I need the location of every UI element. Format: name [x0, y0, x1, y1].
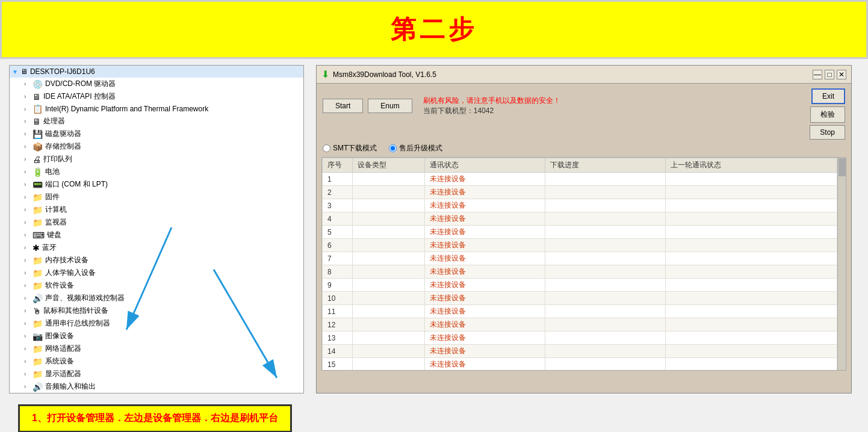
enum-button[interactable]: Enum [368, 99, 412, 113]
cell-type [353, 212, 425, 226]
device-manager-root[interactable]: ▼ 🖥 DESKTOP-IJ6D1U6 [10, 66, 303, 78]
item-icon: ⌨ [33, 230, 45, 240]
cell-num: 1 [323, 173, 353, 186]
cell-num: 12 [323, 318, 353, 332]
cell-type [353, 318, 425, 332]
item-icon: 🖥 [33, 92, 41, 102]
item-label: 磁盘驱动器 [45, 129, 81, 139]
tree-item[interactable]: ›📦存储控制器 [10, 140, 303, 153]
close-button[interactable]: ✕ [837, 70, 846, 79]
expand-arrow: › [24, 194, 30, 200]
cell-type [353, 252, 425, 265]
cell-progress [545, 199, 666, 212]
item-icon: 📋 [33, 104, 43, 114]
cell-num: 10 [323, 292, 353, 305]
cell-progress [545, 226, 666, 239]
cell-num: 8 [323, 265, 353, 279]
tree-item[interactable]: ›🔋电池 [10, 165, 303, 178]
item-icon: ✱ [33, 243, 40, 253]
after-radio-label[interactable]: 售后升级模式 [389, 143, 442, 153]
tree-item[interactable]: ›🔊声音、视频和游戏控制器 [10, 292, 303, 304]
cell-status: 未连接设备 [425, 199, 545, 212]
col-status: 通讯状态 [425, 158, 545, 173]
tree-item[interactable]: ›📟端口 (COM 和 LPT) [10, 178, 303, 191]
item-icon: 📟 [33, 180, 43, 190]
tree-item[interactable]: ›📁显示适配器 [10, 368, 303, 380]
tree-item[interactable]: ›🖱鼠标和其他指针设备 [10, 304, 303, 317]
item-icon: 📷 [33, 332, 43, 341]
tree-item[interactable]: ›📁内存技术设备 [10, 254, 303, 267]
cell-num: 13 [323, 332, 353, 345]
maximize-button[interactable]: □ [825, 70, 834, 79]
expand-arrow: › [24, 219, 30, 226]
cell-status: 未连接设备 [425, 279, 545, 292]
smt-radio-label[interactable]: SMT下载模式 [323, 143, 377, 153]
item-label: 内存技术设备 [45, 255, 88, 265]
item-icon: 📁 [33, 281, 43, 291]
tree-item[interactable]: ›✱蓝牙 [10, 241, 303, 254]
cell-last-status [666, 212, 837, 226]
tree-item[interactable]: ›📁通用串行总线控制器 [10, 317, 303, 330]
item-label: 网络适配器 [45, 344, 81, 354]
expand-arrow: › [24, 106, 30, 113]
tree-item[interactable]: ›📷图像设备 [10, 330, 303, 342]
cell-type [353, 279, 425, 292]
tree-item[interactable]: ›📁人体学输入设备 [10, 267, 303, 279]
tree-item[interactable]: ›📁固件 [10, 191, 303, 203]
tree-item[interactable]: ›📁软件设备 [10, 279, 303, 292]
tree-item[interactable]: ›🖨打印队列 [10, 153, 303, 165]
tree-item[interactable]: ›📁计算机 [10, 203, 303, 216]
item-icon: 🖨 [33, 155, 41, 164]
smt-radio[interactable] [323, 144, 330, 152]
cell-last-status [666, 318, 837, 332]
cell-num: 3 [323, 199, 353, 212]
cell-status: 未连接设备 [425, 358, 545, 371]
cell-status: 未连接设备 [425, 212, 545, 226]
expand-arrow: › [24, 333, 30, 339]
tree-item[interactable]: ›📁监视器 [10, 216, 303, 229]
tree-item[interactable]: ›📋Intel(R) Dynamic Platform and Thermal … [10, 103, 303, 115]
after-radio[interactable] [389, 144, 397, 152]
tree-item[interactable]: ›📁网络适配器 [10, 342, 303, 355]
cell-status: 未连接设备 [425, 186, 545, 199]
download-tool-title: Msm8x39Download Tool, V1.6.5 [333, 70, 436, 79]
tree-item[interactable]: ›💿DVD/CD-ROM 驱动器 [10, 78, 303, 90]
tree-item[interactable]: ›💾磁盘驱动器 [10, 128, 303, 140]
exit-button[interactable]: Exit [811, 88, 845, 104]
table-row: 14 未连接设备 [323, 345, 837, 358]
cell-num: 11 [323, 305, 353, 318]
banner-title: 第二步 [391, 15, 477, 43]
download-tool-panel: ⬇ Msm8x39Download Tool, V1.6.5 — □ ✕ Sta… [316, 65, 852, 393]
cell-num: 5 [323, 226, 353, 239]
item-label: 键盘 [47, 230, 61, 240]
minimize-button[interactable]: — [813, 70, 822, 79]
tree-item[interactable]: ›🖥处理器 [10, 115, 303, 128]
cell-num: 14 [323, 345, 353, 358]
cell-last-status [666, 345, 837, 358]
item-label: 声音、视频和游戏控制器 [45, 293, 125, 303]
table-row: 4 未连接设备 [323, 212, 837, 226]
expand-arrow: › [24, 345, 30, 352]
tree-item[interactable]: ›⌨键盘 [10, 229, 303, 241]
tree-item[interactable]: ›🖥IDE ATA/ATAPI 控制器 [10, 90, 303, 103]
item-icon: 💿 [33, 79, 43, 89]
scrollbar[interactable] [837, 158, 846, 370]
table-scroll[interactable]: 序号 设备类型 通讯状态 下载进度 上一轮通讯状态 1 未连接设备 2 未连接设… [322, 158, 837, 370]
tree-item[interactable]: ›📁系统设备 [10, 355, 303, 368]
cell-last-status [666, 173, 837, 186]
cell-status: 未连接设备 [425, 318, 545, 332]
cell-status: 未连接设备 [425, 173, 545, 186]
table-row: 5 未连接设备 [323, 226, 837, 239]
item-label: 端口 (COM 和 LPT) [45, 179, 108, 190]
cell-type [353, 332, 425, 345]
verify-button[interactable]: 检验 [810, 106, 845, 123]
table-row: 8 未连接设备 [323, 265, 837, 279]
stop-row: Stop [317, 123, 851, 143]
table-row: 15 未连接设备 [323, 358, 837, 371]
stop-button[interactable]: Stop [810, 125, 845, 140]
item-label: 电池 [45, 167, 60, 177]
tree-item[interactable]: ›🔊音频输入和输出 [10, 380, 303, 393]
expand-arrow: › [24, 206, 30, 213]
start-button[interactable]: Start [323, 99, 363, 113]
cell-status: 未连接设备 [425, 252, 545, 265]
